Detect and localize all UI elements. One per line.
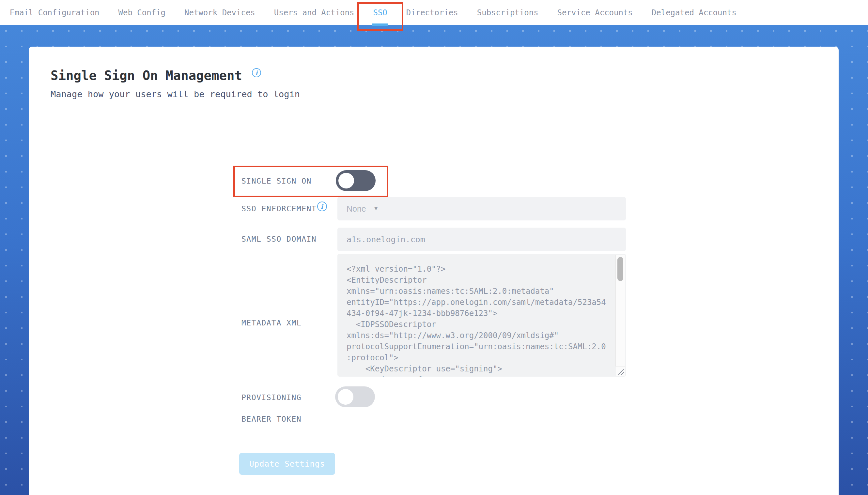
- info-icon: i: [317, 202, 327, 211]
- tab-directories[interactable]: Directories: [406, 1, 458, 25]
- toggle-knob: [338, 173, 354, 188]
- page-subtitle: Manage how your users will be required t…: [51, 89, 300, 99]
- tab-users-and-actions[interactable]: Users and Actions: [274, 1, 354, 25]
- tab-sso-label: SSO: [373, 8, 387, 17]
- title-info-icon-wrap[interactable]: i: [252, 68, 261, 77]
- metadata-xml-textarea[interactable]: <?xml version="1.0"?> <EntityDescriptor …: [337, 254, 626, 377]
- saml-sso-domain-input[interactable]: a1s.onelogin.com: [337, 227, 626, 251]
- tab-sso[interactable]: SSO: [373, 1, 387, 25]
- tab-web-config[interactable]: Web Config: [118, 1, 166, 25]
- tab-delegated-accounts[interactable]: Delegated Accounts: [652, 1, 736, 25]
- page-title: Single Sign On Management: [51, 68, 242, 83]
- saml-sso-domain-label: SAML SSO DOMAIN: [241, 235, 317, 243]
- update-settings-button[interactable]: Update Settings: [239, 453, 335, 475]
- tab-email-configuration[interactable]: Email Configuration: [10, 1, 100, 25]
- top-navigation: Email Configuration Web Config Network D…: [0, 0, 868, 25]
- textarea-resize-corner[interactable]: [616, 367, 625, 376]
- metadata-xml-label: METADATA XML: [241, 319, 301, 327]
- active-tab-underline: [372, 23, 388, 26]
- resize-handle-icon: [618, 369, 624, 375]
- bearer-token-label: BEARER TOKEN: [241, 415, 301, 423]
- info-icon: i: [252, 68, 261, 77]
- provisioning-toggle[interactable]: [335, 387, 375, 407]
- tab-subscriptions[interactable]: Subscriptions: [477, 1, 538, 25]
- metadata-xml-content: <?xml version="1.0"?> <EntityDescriptor …: [347, 263, 612, 377]
- sso-enforcement-value: None: [347, 204, 366, 214]
- toggle-knob: [338, 389, 353, 405]
- sso-settings-card: Single Sign On Management i Manage how y…: [29, 47, 839, 495]
- sso-enforcement-info-icon-wrap[interactable]: i: [317, 202, 327, 211]
- single-sign-on-label: SINGLE SIGN ON: [241, 177, 312, 185]
- scrollbar-thumb[interactable]: [617, 257, 623, 281]
- provisioning-label: PROVISIONING: [241, 393, 301, 402]
- sso-enforcement-label: SSO ENFORCEMENTi: [241, 204, 327, 214]
- single-sign-on-toggle[interactable]: [336, 170, 375, 191]
- sso-enforcement-label-text: SSO ENFORCEMENT: [241, 204, 317, 213]
- tab-service-accounts[interactable]: Service Accounts: [557, 1, 633, 25]
- sso-enforcement-select[interactable]: None ▼: [337, 197, 626, 220]
- scrollbar[interactable]: [615, 255, 625, 367]
- saml-sso-domain-value: a1s.onelogin.com: [347, 235, 425, 244]
- chevron-down-icon: ▼: [373, 205, 379, 212]
- tab-network-devices[interactable]: Network Devices: [184, 1, 255, 25]
